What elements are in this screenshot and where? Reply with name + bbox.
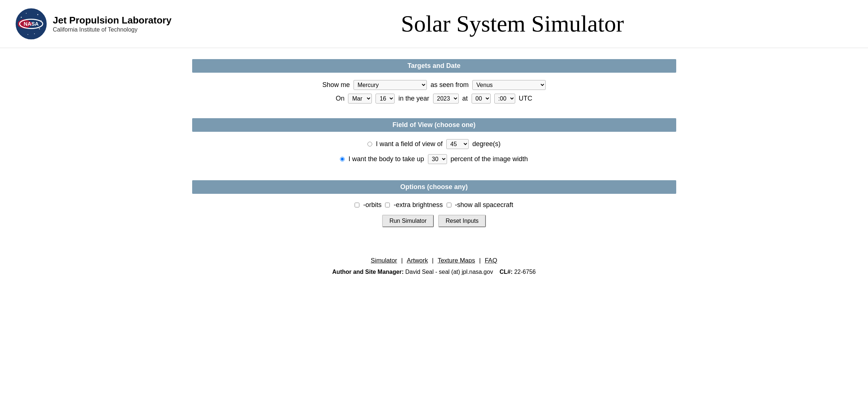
- target-select[interactable]: Mercury Venus Earth Mars Jupiter Saturn …: [354, 80, 427, 90]
- sep-3: |: [479, 257, 480, 264]
- fov-header: Field of View (choose one): [192, 118, 676, 132]
- cl-value: 22-6756: [514, 269, 536, 275]
- fov-radio[interactable]: [367, 142, 372, 146]
- viewer-select[interactable]: Venus Earth Mars Jupiter Saturn Uranus N…: [472, 80, 546, 90]
- cl-label: CL#:: [499, 269, 513, 275]
- extra-brightness-label: -extra brightness: [393, 201, 443, 209]
- day-select[interactable]: 12345 678910 1112131415 1617181920 21222…: [376, 94, 395, 104]
- in-the-year-label: in the year: [398, 95, 429, 102]
- author-label: Author and Site Manager:: [332, 269, 404, 275]
- page-header: NASA Jet Propulsion Laboratory Californi…: [0, 0, 868, 48]
- body-radio-label: I want the body to take up: [348, 155, 424, 163]
- hour-select[interactable]: 00010203 04050607 08091011 12131415 1617…: [472, 94, 491, 104]
- utc-label: UTC: [519, 95, 532, 102]
- svg-point-2: [26, 13, 27, 14]
- orbits-label: -orbits: [363, 201, 381, 209]
- show-me-label: Show me: [322, 81, 350, 89]
- target-row: Show me Mercury Venus Earth Mars Jupiter…: [207, 80, 662, 90]
- run-simulator-button[interactable]: Run Simulator: [382, 215, 434, 227]
- page-title: Solar System Simulator: [172, 10, 853, 37]
- main-content: Targets and Date Show me Mercury Venus E…: [177, 59, 691, 286]
- jpl-text-area: Jet Propulsion Laboratory California Ins…: [53, 15, 172, 33]
- simulator-link[interactable]: Simulator: [371, 257, 397, 264]
- footer-info: Author and Site Manager: David Seal - se…: [192, 269, 676, 275]
- fov-radio-label: I want a field of view of: [376, 140, 443, 148]
- svg-point-6: [39, 28, 40, 29]
- fov-section: Field of View (choose one) I want a fiel…: [192, 118, 676, 177]
- date-row: On JanFebMarApr MayJunJulAug SepOctNovDe…: [207, 94, 662, 104]
- artwork-link[interactable]: Artwork: [407, 257, 428, 264]
- svg-point-7: [34, 33, 35, 34]
- jpl-sub-label: California Institute of Technology: [53, 26, 172, 33]
- fov-radio-row: I want a field of view of 10203045 60901…: [207, 139, 662, 149]
- month-select[interactable]: JanFebMarApr MayJunJulAug SepOctNovDec: [348, 94, 372, 104]
- targets-date-body: Show me Mercury Venus Earth Mars Jupiter…: [192, 73, 676, 115]
- logo-area: NASA Jet Propulsion Laboratory Californi…: [15, 7, 172, 40]
- svg-point-3: [37, 14, 39, 15]
- fov-value-select[interactable]: 10203045 6090120180: [446, 139, 469, 149]
- options-header: Options (choose any): [192, 180, 676, 194]
- reset-inputs-button[interactable]: Reset Inputs: [438, 215, 486, 227]
- options-row: -orbits -extra brightness -show all spac…: [207, 201, 662, 209]
- options-section: Options (choose any) -orbits -extra brig…: [192, 180, 676, 238]
- minute-select[interactable]: :00:15:30:45: [494, 94, 515, 104]
- body-radio-row: I want the body to take up 10203040 5060…: [207, 154, 662, 164]
- body-radio[interactable]: [340, 157, 345, 162]
- targets-date-section: Targets and Date Show me Mercury Venus E…: [192, 59, 676, 115]
- svg-text:NASA: NASA: [24, 21, 39, 27]
- show-spacecraft-checkbox[interactable]: [447, 203, 451, 207]
- extra-brightness-checkbox[interactable]: [385, 203, 390, 207]
- svg-point-8: [28, 34, 28, 35]
- texture-maps-link[interactable]: Texture Maps: [437, 257, 475, 264]
- at-label: at: [462, 95, 468, 102]
- nasa-logo: NASA: [15, 7, 48, 40]
- buttons-row: Run Simulator Reset Inputs: [207, 215, 662, 227]
- svg-point-1: [21, 17, 22, 18]
- fov-body: I want a field of view of 10203045 60901…: [192, 132, 676, 177]
- fov-unit-label: degree(s): [472, 140, 501, 148]
- year-select[interactable]: 2020202120222023 20242025: [433, 94, 459, 104]
- as-seen-from-label: as seen from: [431, 81, 469, 89]
- on-label: On: [336, 95, 344, 102]
- jpl-main-label: Jet Propulsion Laboratory: [53, 15, 172, 26]
- author-value: David Seal - seal (at) jpl.nasa.gov: [405, 269, 493, 275]
- sep-1: |: [401, 257, 403, 264]
- faq-link[interactable]: FAQ: [485, 257, 497, 264]
- orbits-checkbox[interactable]: [355, 203, 359, 207]
- footer-links: Simulator | Artwork | Texture Maps | FAQ…: [192, 257, 676, 286]
- show-spacecraft-label: -show all spacecraft: [455, 201, 513, 209]
- options-body: -orbits -extra brightness -show all spac…: [192, 194, 676, 238]
- targets-date-header: Targets and Date: [192, 59, 676, 73]
- body-value-select[interactable]: 10203040 5060708090: [428, 154, 447, 164]
- body-unit-label: percent of the image width: [451, 155, 528, 163]
- sep-2: |: [432, 257, 433, 264]
